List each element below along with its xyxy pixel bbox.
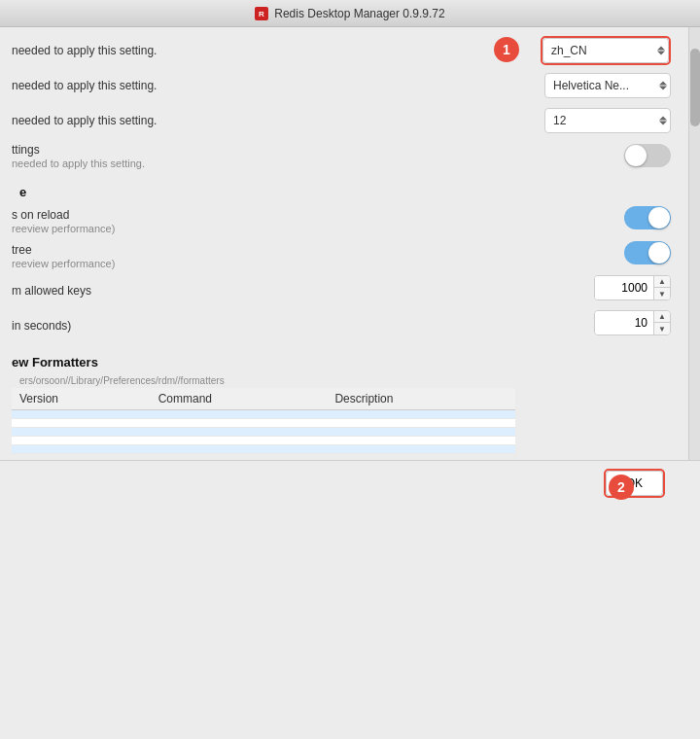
table-row — [12, 445, 515, 454]
allowedkeys-spin-buttons: ▲ ▼ — [653, 275, 670, 300]
allowedkeys-spin-down[interactable]: ▼ — [654, 288, 670, 300]
seconds-control[interactable]: ▲ ▼ — [515, 310, 671, 335]
fontsize-control[interactable]: 12 — [515, 108, 671, 133]
allowedkeys-row: m allowed keys — [12, 273, 515, 308]
settings-toggle-row: ttings needed to apply this setting. — [12, 138, 515, 173]
reload-label: s on reload — [12, 207, 515, 224]
lang-row: needed to apply this setting. — [12, 33, 515, 68]
table-row — [12, 428, 515, 437]
lang-label-wrap: needed to apply this setting. — [12, 43, 515, 59]
badge-1: 1 — [494, 37, 519, 62]
scrollbar-thumb[interactable] — [690, 49, 700, 126]
font-control-row: Helvetica Ne... — [515, 68, 677, 103]
col-version: Version — [12, 388, 151, 410]
tree-toggle[interactable] — [624, 241, 671, 264]
font-label-wrap: needed to apply this setting. — [12, 78, 515, 94]
seconds-spin-up[interactable]: ▲ — [654, 310, 670, 323]
right-column: 1 zh_CN — [515, 27, 700, 460]
allowedkeys-control-row: ▲ ▼ — [515, 270, 677, 305]
left-column: needed to apply this setting. needed to … — [0, 27, 515, 460]
lang-label: needed to apply this setting. — [12, 43, 515, 59]
settings-toggle-label-wrap: ttings needed to apply this setting. — [12, 142, 515, 170]
seconds-input[interactable] — [595, 311, 653, 334]
settings-sublabel: needed to apply this setting. — [12, 158, 515, 169]
fontsize-label: needed to apply this setting. — [12, 113, 515, 129]
tree-row: tree reeview performance) — [12, 238, 515, 273]
tree-control-row — [515, 235, 677, 270]
table-row — [12, 410, 515, 419]
reload-row: s on reload reeview performance) — [12, 203, 515, 238]
fontsize-select[interactable]: 12 — [544, 108, 671, 133]
lang-select[interactable]: zh_CN — [542, 38, 669, 63]
allowedkeys-label: m allowed keys — [12, 283, 515, 299]
table-row — [12, 437, 515, 445]
formatters-path: ers/orsoon//Library/Preferences/rdm//for… — [12, 373, 515, 388]
title-bar: R Redis Desktop Manager 0.9.9.72 — [0, 0, 700, 27]
seconds-row: in seconds) — [12, 308, 515, 343]
seconds-control-row: ▲ ▼ — [515, 305, 677, 340]
allowedkeys-control[interactable]: ▲ ▼ — [515, 275, 671, 300]
lang-control-row: 1 zh_CN — [515, 33, 677, 68]
tree-label-wrap: tree reeview performance) — [12, 242, 515, 270]
section-spacer — [515, 173, 677, 200]
formatters-header: ew Formatters — [12, 343, 515, 373]
font-label: needed to apply this setting. — [12, 78, 515, 94]
seconds-label-wrap: in seconds) — [12, 318, 515, 334]
reload-toggle[interactable] — [624, 206, 671, 229]
col-command: Command — [151, 388, 328, 410]
tree-sublabel: reeview performance) — [12, 258, 515, 269]
reload-sublabel: reeview performance) — [12, 223, 515, 234]
settings-toggle[interactable] — [624, 144, 671, 167]
allowedkeys-label-wrap: m allowed keys — [12, 283, 515, 299]
toggle-knob-3 — [648, 242, 670, 264]
reload-label-wrap: s on reload reeview performance) — [12, 207, 515, 235]
fontsize-control-row: 12 — [515, 103, 677, 138]
toggle-knob-2 — [648, 207, 670, 229]
bottom-bar: 2 OK — [0, 460, 700, 506]
toggle-knob — [625, 145, 647, 166]
settings-toggle-control[interactable] — [515, 144, 671, 167]
font-select[interactable]: Helvetica Ne... — [544, 73, 671, 98]
window-title: Redis Desktop Manager 0.9.9.72 — [274, 7, 444, 20]
lang-control[interactable]: zh_CN — [515, 36, 671, 65]
svg-text:R: R — [259, 10, 264, 18]
reload-control[interactable] — [515, 206, 671, 229]
badge-2: 2 — [609, 475, 634, 500]
tree-label: tree — [12, 242, 515, 259]
table-row — [12, 419, 515, 428]
seconds-spinbox[interactable]: ▲ ▼ — [594, 310, 671, 335]
allowedkeys-spin-up[interactable]: ▲ — [654, 275, 670, 288]
lang-select-inner[interactable]: zh_CN — [542, 38, 669, 63]
app-icon: R — [255, 7, 268, 20]
allowedkeys-input[interactable] — [595, 276, 653, 299]
seconds-spin-down[interactable]: ▼ — [654, 323, 670, 335]
font-control[interactable]: Helvetica Ne... — [515, 73, 671, 98]
reload-control-row — [515, 200, 677, 235]
settings-toggle-control-row — [515, 138, 677, 173]
settings-label: ttings — [12, 142, 515, 158]
seconds-spin-buttons: ▲ ▼ — [653, 310, 670, 335]
scrollbar[interactable] — [688, 27, 700, 460]
allowedkeys-spinbox[interactable]: ▲ ▼ — [594, 275, 671, 300]
seconds-label: in seconds) — [12, 318, 515, 334]
font-select-wrapper[interactable]: Helvetica Ne... — [544, 73, 671, 98]
main-area: needed to apply this setting. needed to … — [0, 27, 700, 506]
fontsize-label-wrap: needed to apply this setting. — [12, 113, 515, 129]
formatters-table: Version Command Description — [12, 388, 515, 454]
col-description: Description — [327, 388, 515, 410]
fontsize-select-wrapper[interactable]: 12 — [544, 108, 671, 133]
section-header: e — [12, 173, 515, 203]
font-row: needed to apply this setting. — [12, 68, 515, 103]
settings-area: needed to apply this setting. needed to … — [0, 27, 700, 460]
lang-select-wrapper[interactable]: zh_CN — [541, 36, 671, 65]
tree-control[interactable] — [515, 241, 671, 264]
fontsize-row: needed to apply this setting. — [12, 103, 515, 138]
